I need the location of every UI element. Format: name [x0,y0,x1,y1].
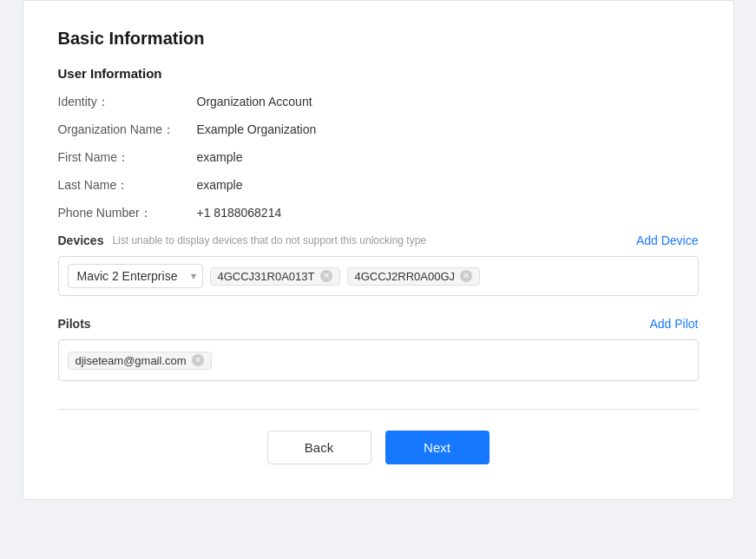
devices-box: Mavic 2 Enterprise 4GCCJ31R0A013T✕4GCCJ2… [58,256,699,296]
device-select-wrapper[interactable]: Mavic 2 Enterprise [68,264,203,288]
info-row: Organization Name： Example Organization [58,122,699,138]
page-title: Basic Information [58,29,699,49]
info-label: Organization Name： [58,122,197,138]
pilots-header: Pilots Add Pilot [58,317,699,331]
device-tag: 4GCCJ31R0A013T✕ [210,267,340,286]
devices-left: Devices List unable to display devices t… [58,233,427,247]
pilot-tag-text: djiseteam@gmail.com [76,354,187,367]
devices-hint: List unable to display devices that do n… [112,234,426,247]
info-row: Last Name： example [58,178,699,194]
back-button[interactable]: Back [267,431,371,464]
footer: Back Next [58,431,699,464]
add-pilot-button[interactable]: Add Pilot [649,317,698,331]
device-select[interactable]: Mavic 2 Enterprise [68,264,203,288]
next-button[interactable]: Next [385,431,490,464]
main-card: Basic Information User Information Ident… [23,0,734,500]
info-value: Organization Account [197,95,312,109]
info-label: Last Name： [58,178,197,194]
device-tag-remove[interactable]: ✕ [320,270,332,282]
devices-header: Devices List unable to display devices t… [58,233,699,247]
divider [58,409,699,410]
pilot-tag: djiseteam@gmail.com✕ [68,352,212,370]
info-value: example [197,178,243,192]
device-tag-remove[interactable]: ✕ [460,270,472,282]
pilots-box: djiseteam@gmail.com✕ [58,339,699,381]
info-row: First Name： example [58,150,699,166]
info-label: Identity： [58,95,197,110]
pilots-label: Pilots [58,317,91,331]
info-value: +1 8188068214 [197,206,282,220]
info-row: Identity： Organization Account [58,95,699,110]
pilots-section: Pilots Add Pilot djiseteam@gmail.com✕ [58,317,699,381]
device-tag-text: 4GCCJ2RR0A00GJ [355,270,456,283]
info-label: Phone Number： [58,206,197,221]
device-tag-text: 4GCCJ31R0A013T [218,270,315,283]
add-device-button[interactable]: Add Device [636,233,699,247]
info-value: Example Organization [197,122,317,136]
section-title: User Information [58,66,699,81]
info-label: First Name： [58,150,197,166]
pilot-tag-remove[interactable]: ✕ [192,354,204,366]
devices-label: Devices [58,233,104,247]
device-tag: 4GCCJ2RR0A00GJ✕ [347,267,481,286]
info-row: Phone Number： +1 8188068214 [58,206,699,221]
info-value: example [197,150,243,164]
